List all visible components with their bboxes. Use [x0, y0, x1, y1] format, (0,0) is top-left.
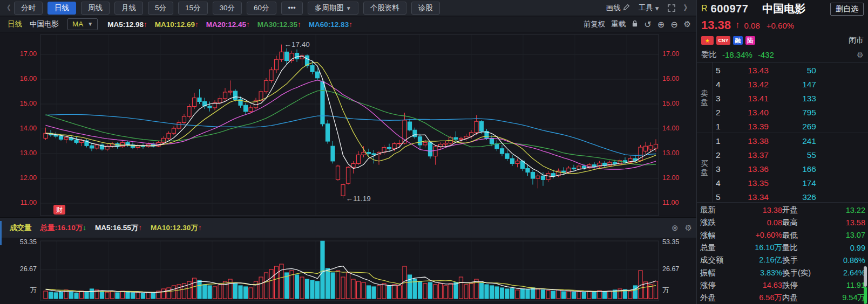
cny-badge: CNY [716, 36, 730, 45]
stat-value: +0.60% [748, 231, 782, 239]
buy-level-2[interactable]: 213.3755 [713, 148, 868, 162]
stat-label: 开盘 [782, 205, 833, 215]
stat-label: 换手 [782, 255, 833, 265]
close-circle-icon[interactable]: ⊗ [672, 223, 679, 233]
last-price: 13.38 [701, 18, 731, 32]
up-arrow-icon: ↑ [735, 20, 740, 31]
weibi-label: 委比 [701, 50, 717, 60]
axis-tick: 万 [9, 286, 37, 295]
axis-tick: 17.00 [662, 50, 690, 58]
stat-label: 涨停 [700, 280, 748, 291]
sell-level-1[interactable]: 113.39269 [713, 120, 868, 134]
stat-label: 量比 [782, 243, 833, 253]
stat-value: 13.22 [833, 206, 865, 215]
stat-value: 0.86% [833, 256, 865, 265]
ma-label: MA5:16.55万↑ [95, 223, 142, 233]
data-source-watermark: 财 [53, 205, 65, 215]
sell-level-4[interactable]: 413.42147 [713, 78, 868, 92]
axis-tick: 26.67 [662, 265, 690, 273]
buy-level-3[interactable]: 313.36166 [713, 162, 868, 176]
weibi-value: -18.34% [722, 50, 752, 59]
gear-icon[interactable]: ⚙ [857, 51, 864, 59]
ma-label: MA10:12.30万↑ [151, 223, 202, 233]
stat-label: 涨幅 [700, 230, 748, 240]
axis-tick: 13.00 [9, 149, 37, 157]
stat-value: 0.08 [748, 218, 782, 227]
connect-badge: 陆 [745, 36, 755, 45]
axis-tick: 万 [662, 286, 690, 295]
stat-label: 最低 [782, 230, 833, 240]
axis-tick: 15.00 [662, 100, 690, 107]
stat-value: 13.38 [748, 206, 782, 215]
margin-flag: R [701, 4, 708, 13]
weibi-row: 委比 -18.34% -432 ⚙ [697, 47, 868, 63]
axis-tick: 16.00 [662, 75, 690, 82]
stat-value: 16.10万 [748, 243, 782, 253]
chart-region: ←17.40←11.19 17.0017.0016.0016.0015.0015… [0, 32, 696, 304]
axis-tick: 12.00 [9, 174, 37, 182]
axis-tick: 14.00 [9, 125, 37, 132]
candlestick-volume-chart[interactable]: ←17.40←11.19 [0, 0, 696, 304]
market-badges-row: ★ CNY 融 陆 闭市 [697, 33, 868, 47]
stock-code: 600977 [711, 3, 749, 15]
left-edge-strip [0, 65, 2, 304]
axis-tick: 11.00 [662, 199, 690, 206]
remove-watchlist-button[interactable]: 删自选 [830, 3, 864, 16]
svg-text:←17.40: ←17.40 [284, 40, 310, 49]
stat-value: 6.56万 [748, 293, 782, 303]
price-change: 0.08 [744, 21, 760, 30]
market-status: 闭市 [849, 36, 864, 45]
stat-label: 成交额 [700, 255, 748, 265]
axis-tick: 14.00 [662, 125, 690, 132]
stat-value: 0.99 [833, 244, 865, 252]
buy-level-4[interactable]: 413.35174 [713, 176, 868, 190]
weibi-diff: -432 [758, 50, 774, 59]
axis-tick: 53.35 [9, 238, 37, 246]
buy-level-1[interactable]: 113.38241 [713, 134, 868, 148]
stock-name: 中国电影 [762, 2, 805, 16]
axis-tick: 16.00 [9, 75, 37, 82]
stats-grid: 最新13.38开盘13.22涨跌0.08最高13.58涨幅+0.60%最低13.… [700, 204, 865, 304]
axis-tick: 12.00 [662, 174, 690, 182]
sell-level-2[interactable]: 213.40795 [713, 106, 868, 120]
stat-label: 最高 [782, 217, 833, 227]
stock-trading-app: 《 分时日线周线月线5分15分30分60分•••多周期图▼个股资料诊股 画线 工… [0, 0, 868, 304]
stat-value: 13.58 [833, 218, 865, 227]
gear-icon[interactable]: ⚙ [685, 223, 692, 233]
sell-level-5[interactable]: 513.4350 [713, 64, 868, 78]
volume-title: 成交量 [10, 223, 32, 233]
axis-tick: 53.35 [662, 238, 690, 246]
panel-scrollbar [864, 203, 867, 304]
stat-label: 换手(实) [782, 268, 833, 278]
stat-label: 振幅 [700, 268, 748, 278]
axis-tick: 11.00 [9, 199, 37, 206]
axis-tick: 15.00 [9, 100, 37, 107]
cn-flag-icon: ★ [701, 36, 714, 45]
price-row: 13.38 ↑ 0.08 +0.60% [697, 17, 868, 33]
buy-level-5[interactable]: 513.34326 [713, 190, 868, 204]
scrollbar-thumb[interactable] [864, 266, 867, 287]
price-change-pct: +0.60% [767, 21, 794, 30]
stat-label: 最新 [700, 205, 748, 215]
volume-values: 总量:16.10万↓MA5:16.55万↑MA10:12.30万↑ [40, 223, 202, 233]
stat-value: 2.64% [833, 268, 865, 277]
volume-pane-header: 成交量 总量:16.10万↓MA5:16.55万↑MA10:12.30万↑ ⊗ … [0, 217, 696, 238]
stat-value: 3.83% [748, 268, 782, 277]
stat-value: 9.54万 [833, 293, 865, 303]
sell-level-3[interactable]: 313.41133 [713, 92, 868, 106]
left-strip-marker [0, 221, 2, 245]
stat-label: 总量 [700, 243, 748, 253]
sell-side-label: 卖盘 [697, 63, 712, 133]
scrollbar-thumb-green[interactable] [864, 287, 867, 304]
stat-value: 11.91 [833, 281, 865, 289]
quote-panel: R 600977 中国电影 删自选 13.38 ↑ 0.08 +0.60% ★ … [696, 0, 868, 304]
stat-value: 13.07 [833, 231, 865, 239]
stock-header: R 600977 中国电影 删自选 [697, 0, 868, 17]
order-book: 卖盘 买盘 513.4350413.42147313.41133213.4079… [697, 63, 868, 203]
stat-label: 跌停 [782, 280, 833, 291]
stat-label: 涨跌 [700, 217, 748, 227]
svg-text:←11.19: ←11.19 [346, 195, 371, 203]
stat-label: 内盘 [782, 293, 833, 303]
ma-label: 总量:16.10万↓ [40, 223, 87, 233]
buy-side-label: 买盘 [697, 133, 712, 203]
